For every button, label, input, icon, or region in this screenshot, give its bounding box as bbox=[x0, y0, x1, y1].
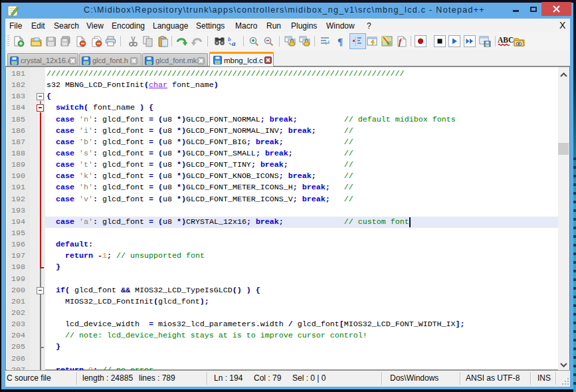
svg-text:a: a bbox=[232, 39, 236, 47]
svg-text:ABC: ABC bbox=[498, 36, 514, 44]
svg-text:b: b bbox=[228, 36, 231, 43]
svg-text:¶: ¶ bbox=[337, 37, 343, 47]
